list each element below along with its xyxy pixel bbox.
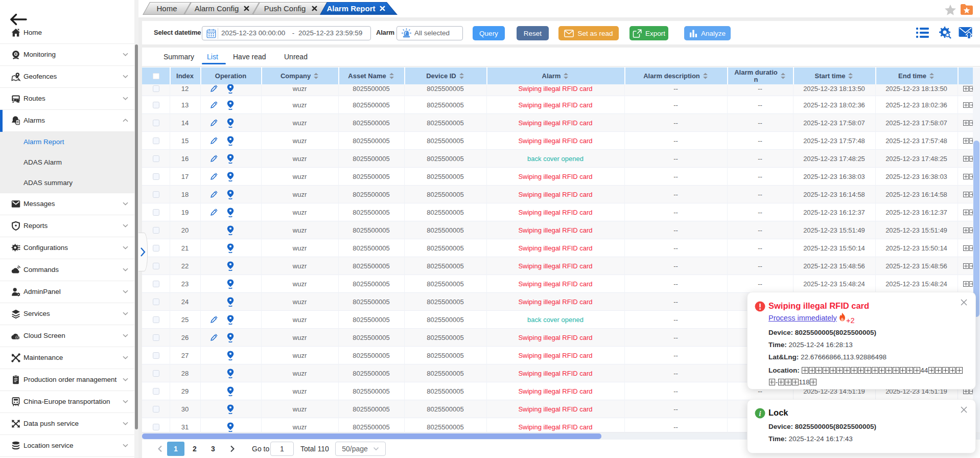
svg-text:i: i [759,410,761,418]
